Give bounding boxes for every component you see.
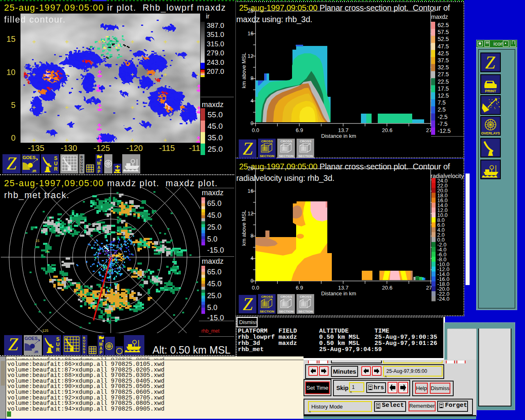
svg-text:S: S xyxy=(83,350,85,354)
svg-text:U: U xyxy=(54,161,58,167)
svg-text:PRINT: PRINT xyxy=(485,89,497,93)
svg-text:P: P xyxy=(100,350,103,355)
svg-text:.IR: .IR xyxy=(34,350,39,354)
svg-text:R: R xyxy=(54,166,58,172)
svg-text:Z: Z xyxy=(485,53,495,71)
svg-text:GOES: GOES xyxy=(25,336,38,341)
svg-text:S: S xyxy=(54,155,57,161)
svg-text:.IR: .IR xyxy=(32,169,37,173)
svg-text:U: U xyxy=(56,342,60,347)
svg-text:GOES: GOES xyxy=(23,155,36,160)
svg-text:P: P xyxy=(98,169,100,173)
svg-text:R: R xyxy=(56,347,60,353)
svg-text:Z: Z xyxy=(8,335,18,354)
svg-text:S: S xyxy=(56,336,59,342)
svg-text:Z: Z xyxy=(7,154,17,173)
svg-text:S: S xyxy=(80,169,83,173)
svg-text:OVERLAYS: OVERLAYS xyxy=(481,131,500,135)
